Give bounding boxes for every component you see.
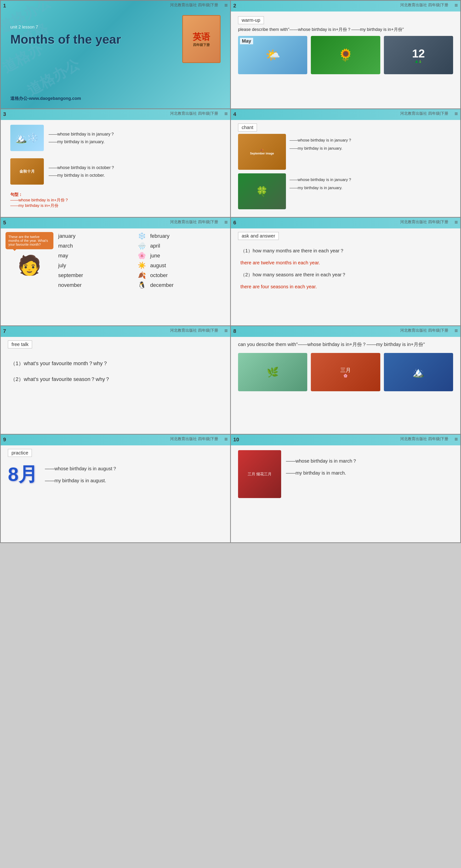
- slide-9-qa-text: ——whose birthday is in august？ ——my birt…: [45, 463, 117, 487]
- slide-10-number: 10: [233, 436, 239, 443]
- slide-9-qa-a: ——my birthday is in august.: [45, 474, 117, 487]
- slide-5-number: 5: [3, 220, 6, 226]
- slide-8-images: 🌿 三月 🌸 🏔️: [231, 353, 460, 391]
- slide-6-ask-tag: ask and answer: [238, 232, 279, 240]
- slide-2-img-sunflower: 🌻: [311, 36, 380, 74]
- slide-2-images-row: May 🌤️ 🌻 12 🌲🎄: [231, 36, 460, 74]
- month-may: may: [58, 253, 133, 259]
- slide-3-oct-a: ——my birthday is in october.: [49, 172, 115, 179]
- slide-3-oct-q: ——whose birthday is in october？: [49, 164, 115, 172]
- slide-3-oct-img: 金秋十月: [10, 158, 44, 185]
- slide-10-content: 三月 烟花三月 ——whose birthday is in march？ ——…: [231, 450, 460, 498]
- slide-1-subtitle: unit 2 lesson 7: [10, 25, 121, 30]
- slide-7-watermark-icon: ≡: [224, 327, 228, 334]
- slide-6-a2: there are four seasons in each year.: [240, 281, 451, 292]
- slide-4-row1-a: ——my birthday is in january.: [289, 145, 453, 153]
- slide-3-qa-row-2: 金秋十月 ——whose birthday is in october？ ——m…: [10, 158, 221, 185]
- slide-4-qa1: ——whose birthday is in january？ ——my bir…: [289, 134, 453, 170]
- slide-6-a1: there are twelve months in each year.: [240, 257, 451, 269]
- slide-10-qa-a: ——my birthday is in march.: [286, 467, 357, 479]
- month-january: january: [58, 233, 133, 239]
- month-august: august: [150, 262, 225, 269]
- slide-10: 10 河北教育出版社 四年级|下册 ≡ 三月 烟花三月 ——whose birt…: [231, 435, 460, 542]
- slide-2-cal-sub: 🌲🎄: [415, 60, 422, 63]
- slide-9-watermark-icon: ≡: [224, 436, 228, 442]
- slide-4-number: 4: [233, 111, 236, 117]
- slide-5-bubble: These are the twelve months of the year.…: [5, 232, 53, 249]
- slide-3-pattern-title: 句型：: [10, 192, 221, 197]
- month-june: june: [150, 253, 225, 259]
- slide-3-qa-row-1: 🏔️❄️ ——whose birthday is in january？ ——m…: [10, 125, 221, 151]
- slide-3-pattern-a: ——my birthday is in+月份: [10, 203, 221, 208]
- slide-9-practice-tag: practice: [8, 449, 32, 457]
- month-icon-4: ☀️: [134, 261, 149, 269]
- slide-2-header: 河北教育出版社 四年级|下册: [400, 3, 448, 8]
- month-february: february: [150, 233, 225, 239]
- slide-7-q1: （1）what's your favourite month？why？: [10, 355, 221, 371]
- month-september: september: [58, 272, 133, 278]
- slide-9: 9 河北教育出版社 四年级|下册 ≡ practice 8月 ——whose b…: [1, 435, 230, 542]
- slide-3-number: 3: [3, 111, 6, 117]
- slide-4-chant-tag: chant: [238, 124, 257, 131]
- month-icon-2: 🌧️: [134, 242, 149, 250]
- slide-2-instruction: please describe them with"——whose birthd…: [231, 27, 460, 32]
- slide-9-aug-icon: 8月: [8, 462, 38, 488]
- slide-1-watermark-icon: ≡: [224, 2, 228, 9]
- slide-9-content: 8月 ——whose birthday is in august？ ——my b…: [1, 462, 230, 488]
- slide-2-cal-number: 12: [412, 47, 425, 60]
- slide-4-img2: 🍀: [238, 173, 286, 209]
- slide-1-book-title: 英语: [193, 31, 210, 43]
- slide-1-header: 河北教育出版社 四年级|下册: [170, 3, 218, 8]
- slide-2-number: 2: [233, 3, 236, 9]
- slide-10-header: 河北教育出版社 四年级|下册: [400, 436, 448, 441]
- slide-2-may-label: May: [240, 38, 253, 44]
- slide-3-header: 河北教育出版社 四年级|下册: [170, 111, 218, 116]
- slide-3-jan-q: ——whose birthday is in january？: [49, 130, 115, 138]
- slide-5-months: january ❄️ february march 🌧️ april may 🌸…: [58, 232, 225, 289]
- slides-grid: 1 河北教育出版社 四年级|下册 ≡ 道格办公 道格 道格办 道格办公 unit…: [0, 0, 461, 543]
- slide-3-pattern: 句型： ——whose birthday is in+月份？ ——my birt…: [10, 192, 221, 208]
- month-july: july: [58, 262, 133, 269]
- slide-9-header: 河北教育出版社 四年级|下册: [170, 436, 218, 441]
- slide-5-watermark-icon: ≡: [224, 219, 228, 225]
- slide-8-header: 河北教育出版社 四年级|下册: [400, 328, 448, 333]
- slide-3-content: 🏔️❄️ ——whose birthday is in january？ ——m…: [1, 125, 230, 208]
- slide-6-q2: （2）how many seasons are there in each ye…: [240, 269, 451, 281]
- slide-4: 4 河北教育出版社 四年级|下册 ≡ chant 🍂September imag…: [231, 109, 460, 217]
- slide-3-oct-text: ——whose birthday is in october？ ——my bir…: [49, 164, 115, 179]
- slide-8-img3: 🏔️: [384, 353, 453, 391]
- slide-5-content: These are the twelve months of the year.…: [1, 232, 230, 289]
- slide-9-qa-q: ——whose birthday is in august？: [45, 463, 117, 474]
- slide-1-website: 道格办公-www.daogebangong.com: [10, 96, 81, 101]
- slide-5-header: 河北教育出版社 四年级|下册: [170, 220, 218, 225]
- slide-3-jan-a: ——my birthday is in january.: [49, 138, 115, 146]
- slide-3-jan-text: ——whose birthday is in january？ ——my bir…: [49, 130, 115, 146]
- slide-1-book-inner: 英语 四年级下册: [193, 31, 210, 47]
- slide-6-q1: （1）how many months are there in each yea…: [240, 245, 451, 257]
- slide-6: 6 河北教育出版社 四年级|下册 ≡ ask and answer （1）how…: [231, 218, 460, 326]
- slide-10-qa-text: ——whose birthday is in march？ ——my birth…: [286, 450, 357, 479]
- slide-8-img1: 🌿: [238, 353, 307, 391]
- slide-5-figure: 🧑: [5, 254, 53, 277]
- slide-8-img2-text: 三月: [340, 367, 351, 374]
- slide-4-row1-q: ——whose birthday is in january？: [289, 136, 453, 145]
- slide-4-row2-a: ——my birthday is in january.: [289, 184, 453, 192]
- slide-2-warmup-tag: warm-up: [238, 16, 264, 24]
- month-icon-3: 🌸: [134, 252, 149, 259]
- month-icon-1: ❄️: [134, 232, 149, 240]
- slide-1-book: 英语 四年级下册: [182, 15, 221, 63]
- month-november: november: [58, 282, 133, 288]
- month-october: october: [150, 272, 225, 278]
- month-december: december: [150, 282, 225, 288]
- slide-4-img1: 🍂September image: [238, 134, 286, 170]
- slide-10-march-img: 三月 烟花三月: [238, 450, 281, 498]
- slide-5: 5 河北教育出版社 四年级|下册 ≡ These are the twelve …: [1, 218, 230, 326]
- slide-2-img-may: May 🌤️: [238, 36, 307, 74]
- slide-4-watermark-icon: ≡: [455, 111, 458, 117]
- slide-1-title-box: unit 2 lesson 7 Months of the year: [10, 25, 121, 46]
- slide-10-watermark-icon: ≡: [455, 436, 458, 442]
- slide-4-content-2: 🍀 ——whose birthday is in january？ ——my b…: [231, 170, 460, 209]
- slide-2-watermark-icon: ≡: [455, 2, 458, 9]
- slide-8-img2-sub: 🌸: [343, 374, 347, 378]
- slide-3-jan-img: 🏔️❄️: [10, 125, 44, 151]
